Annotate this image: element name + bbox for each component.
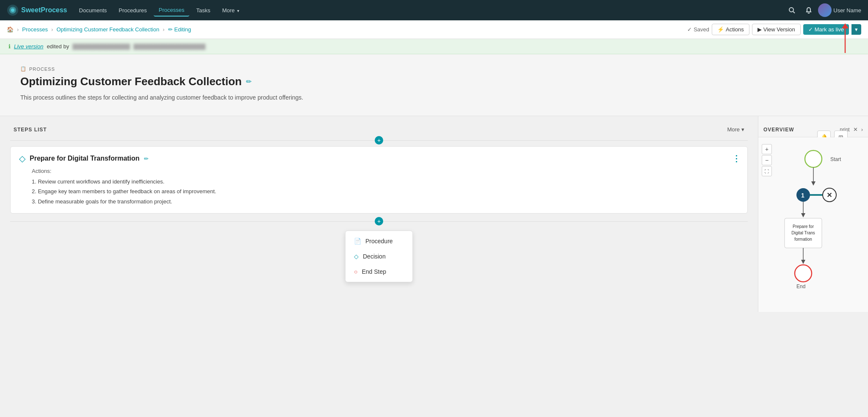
- blurred-username: ████████████████: [72, 44, 130, 50]
- document-icon: 📄: [354, 238, 361, 245]
- step-action-3: 3. Define measurable goals for the trans…: [19, 197, 739, 206]
- process-label: 📋 PROCESS: [20, 66, 848, 72]
- nav-documents[interactable]: Documents: [74, 5, 112, 16]
- svg-point-7: [805, 150, 822, 167]
- overview-header: OVERVIEW print ✕ ›: [758, 126, 868, 137]
- more-caret-icon: ▾: [237, 8, 239, 13]
- svg-text:Digital Trans: Digital Trans: [791, 231, 815, 235]
- overview-title: OVERVIEW: [763, 127, 794, 133]
- svg-text:Start: Start: [830, 156, 841, 162]
- svg-marker-10: [811, 181, 815, 186]
- svg-text:Prepare for: Prepare for: [792, 224, 814, 229]
- flowchart-svg: Start 1 ✕ Prepare for Digital Trans: [771, 144, 856, 305]
- username-label[interactable]: User Name: [833, 7, 861, 14]
- step-1-title: Prepare for Digital Transformation: [30, 155, 140, 162]
- view-version-button[interactable]: ▶ View Version: [752, 24, 801, 35]
- check-icon: ✓: [687, 26, 692, 33]
- breadcrumb-sep3: ›: [163, 26, 164, 33]
- zoom-fit-btn[interactable]: ⛶: [762, 166, 772, 176]
- search-btn[interactable]: [784, 3, 799, 18]
- breadcrumb-sep2: ›: [51, 26, 53, 33]
- step-edit-icon[interactable]: ✏: [144, 156, 149, 162]
- top-navigation: SweetProcess Documents Procedures Proces…: [0, 0, 868, 20]
- process-title-row: Optimizing Customer Feedback Collection …: [20, 75, 848, 88]
- process-description: This process outlines the steps for coll…: [20, 93, 317, 102]
- step-card-header: ◇ Prepare for Digital Transformation ✏: [19, 153, 739, 164]
- steps-section: STEPS LIST More ▾ + ◇ Prepare for Digita…: [0, 116, 758, 312]
- steps-more-caret-icon: ▾: [741, 126, 744, 133]
- nav-processes[interactable]: Processes: [154, 4, 190, 17]
- svg-line-4: [793, 11, 795, 13]
- decision-diamond-icon: ◇: [19, 153, 25, 164]
- main-content: STEPS LIST More ▾ + ◇ Prepare for Digita…: [0, 116, 868, 312]
- step-card-1: ◇ Prepare for Digital Transformation ✏ A…: [10, 146, 748, 214]
- logo-icon: [7, 4, 19, 16]
- svg-point-2: [11, 8, 14, 12]
- step-add-btn-top[interactable]: +: [375, 136, 383, 145]
- steps-header: STEPS LIST More ▾: [10, 126, 748, 133]
- actions-button[interactable]: ⚡ Actions: [712, 24, 749, 35]
- diamond-icon: ◇: [354, 253, 359, 260]
- logo[interactable]: SweetProcess: [7, 4, 67, 16]
- breadcrumb-processes[interactable]: Processes: [22, 26, 48, 33]
- breadcrumb-home[interactable]: 🏠: [7, 26, 14, 33]
- steps-more-button[interactable]: More ▾: [727, 126, 744, 133]
- popup-procedure-item[interactable]: 📄 Procedure: [346, 234, 412, 249]
- zoom-in-btn[interactable]: +: [762, 144, 772, 154]
- bell-icon: [805, 7, 812, 14]
- breadcrumb-process-name[interactable]: Optimizing Customer Feedback Collection: [56, 26, 159, 33]
- process-title-edit-icon[interactable]: ✏: [246, 78, 252, 86]
- process-header: 📋 PROCESS Optimizing Customer Feedback C…: [0, 54, 868, 116]
- check-mark-icon: ✓: [808, 26, 813, 33]
- overview-close-btn[interactable]: ✕: [853, 126, 858, 133]
- svg-text:End: End: [796, 284, 805, 289]
- play-icon: ▶: [757, 26, 762, 33]
- breadcrumb-bar: 🏠 › Processes › Optimizing Customer Feed…: [0, 20, 868, 39]
- page-icon: 📋: [20, 66, 27, 72]
- svg-point-3: [789, 8, 793, 12]
- svg-marker-23: [801, 260, 805, 264]
- notifications-btn[interactable]: [801, 3, 816, 18]
- user-avatar[interactable]: [818, 3, 832, 17]
- svg-point-24: [795, 265, 812, 282]
- step-add-btn-bottom[interactable]: +: [375, 217, 383, 225]
- zoom-out-btn[interactable]: −: [762, 155, 772, 165]
- process-title: Optimizing Customer Feedback Collection: [20, 75, 242, 88]
- breadcrumb-editing: ✏ Editing: [168, 26, 191, 33]
- breadcrumb-actions: ✓ Saved ⚡ Actions ▶ View Version ✓ Mark …: [687, 24, 861, 35]
- zoom-controls: + − ⛶: [762, 144, 772, 176]
- step-context-menu-btn[interactable]: ⋮: [732, 153, 741, 164]
- svg-text:✕: ✕: [827, 192, 832, 199]
- nav-more[interactable]: More ▾: [217, 5, 244, 16]
- step-action-2: 2. Engage key team members to gather fee…: [19, 186, 739, 196]
- nav-procedures[interactable]: Procedures: [113, 5, 152, 16]
- steps-list-title: STEPS LIST: [14, 127, 47, 133]
- step-divider-bottom: +: [10, 217, 748, 225]
- overview-panel: OVERVIEW print ✕ › + − ⛶ Start: [758, 116, 868, 312]
- svg-text:formation: formation: [794, 237, 812, 242]
- edited-by-text: edited by: [47, 43, 69, 50]
- saved-indicator: ✓ Saved: [687, 26, 709, 33]
- blurred-timestamp: ████████████████████: [133, 44, 205, 50]
- logo-text: SweetProcess: [21, 6, 67, 14]
- step-action-1: 1. Review current workflows and identify…: [19, 177, 739, 186]
- popup-decision-item[interactable]: ◇ Decision: [346, 249, 412, 264]
- live-version-banner: ℹ Live version edited by ███████████████…: [0, 39, 868, 54]
- svg-text:1: 1: [801, 192, 804, 199]
- step-actions-label: Actions:: [19, 168, 739, 174]
- svg-marker-17: [801, 213, 805, 217]
- mark-as-live-caret[interactable]: ▾: [851, 24, 861, 35]
- pencil-icon: ✏: [168, 26, 173, 33]
- lightning-icon: ⚡: [717, 26, 724, 33]
- info-icon: ℹ: [8, 43, 11, 50]
- breadcrumb-sep1: ›: [17, 26, 19, 33]
- popup-end-step-item[interactable]: ○ End Step: [346, 264, 412, 279]
- overview-expand-btn[interactable]: ›: [861, 126, 863, 133]
- overview-diagram: + − ⛶ Start 1 ✕: [758, 137, 868, 312]
- mark-as-live-button[interactable]: ✓ Mark as live: [803, 24, 849, 35]
- live-version-link[interactable]: Live version: [14, 43, 43, 50]
- circle-icon: ○: [354, 268, 357, 275]
- step-divider-top: +: [10, 136, 748, 145]
- nav-tasks[interactable]: Tasks: [191, 5, 215, 16]
- add-step-popup-menu: 📄 Procedure ◇ Decision ○ End Step: [345, 231, 413, 282]
